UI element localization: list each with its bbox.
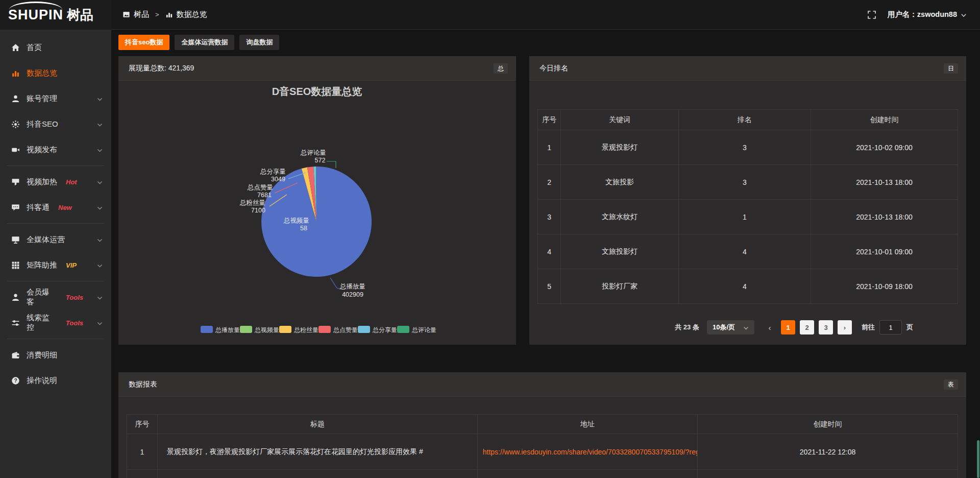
logo-text-cn: 树品 (67, 6, 93, 24)
home-icon (11, 43, 20, 52)
tab-douyin-seo-data[interactable]: 抖音seo数据 (118, 35, 169, 50)
pie-label-fans: 总粉丝量 (239, 199, 265, 206)
sidebar-item-video-publish[interactable]: 视频发布 (0, 137, 111, 162)
chevron-down-icon (96, 147, 103, 153)
rank-panel-header: 今日排名 日 (529, 56, 966, 81)
wallet-icon (11, 351, 20, 360)
sidebar-item-account[interactable]: 账号管理 (0, 86, 111, 111)
legend-item-fans[interactable]: 总粉丝量 (279, 326, 318, 333)
pie-value-video: 58 (300, 225, 307, 232)
pie-value-likes: 7681 (257, 192, 272, 199)
col-no: 序号 (127, 415, 158, 434)
rank-panel: 今日排名 日 序号 关键词 排名 创建时间 (529, 56, 966, 345)
sidebar-item-consumption[interactable]: 消费明细 (0, 342, 111, 368)
pie-value-fans: 7100 (251, 207, 265, 214)
sidebar-menu: 首页 数据总览 账号管理 (0, 30, 111, 478)
hot-badge: Hot (66, 178, 77, 186)
screen-push-icon (11, 178, 20, 186)
col-title: 标题 (158, 415, 478, 434)
breadcrumb-item-shupin[interactable]: 树品 (122, 10, 149, 19)
goto-unit: 页 (906, 323, 913, 332)
chart-title: D音SEO数据量总览 (272, 86, 362, 97)
member-icon (11, 293, 20, 302)
sidebar-item-data-overview[interactable]: 数据总览 (0, 60, 111, 86)
overview-panel: 展现量总数: 421,369 总 D音SEO数据量总览 (118, 56, 516, 345)
day-toggle-button[interactable]: 日 (944, 63, 958, 74)
svg-text:总播放量: 总播放量 (215, 326, 240, 333)
sidebar-item-label: 抖音SEO (27, 119, 58, 129)
report-table: 序号 标题 地址 创建时间 1 景观投影灯，夜游景观投影灯厂家展示展示落花灯在花… (127, 414, 958, 478)
legend-item-video[interactable]: 总视频量 (240, 326, 279, 333)
sidebar-item-home[interactable]: 首页 (0, 35, 111, 60)
sidebar-item-clue-monitor[interactable]: 线索监控 Tools (0, 310, 111, 336)
report-title: 数据报表 (129, 380, 157, 389)
app-grid-icon (122, 11, 130, 18)
rank-table: 序号 关键词 排名 创建时间 1 景观投影灯 3 (537, 109, 958, 304)
page-size-select[interactable]: 10条/页 (707, 320, 754, 334)
sidebar-item-member-leads[interactable]: 会员爆客 Tools (0, 284, 111, 310)
user-menu[interactable]: 用户名：zswodun88 (888, 10, 967, 19)
table-toggle-button[interactable]: 表 (944, 379, 958, 390)
sidebar-item-instructions[interactable]: ? 操作说明 (0, 368, 111, 393)
pie-slice-play[interactable] (261, 166, 372, 277)
svg-text:?: ? (14, 377, 17, 383)
breadcrumb-item-overview[interactable]: 数据总览 (165, 10, 207, 19)
table-row: 4 文旅投影灯 4 2021-10-01 09:00 (538, 234, 958, 269)
goto-label: 前往 (862, 323, 875, 332)
prev-page-button[interactable]: ‹ (763, 320, 776, 334)
breadcrumb-separator: > (155, 11, 159, 18)
goto-page: 前往 页 (862, 320, 913, 334)
table-row: 2 文旅投影 3 2021-10-13 18:00 (538, 165, 958, 200)
page-button-3[interactable]: 3 (819, 320, 833, 334)
topbar: 树品 > 数据总览 用户名：zswodun88 (111, 0, 980, 30)
chevron-down-icon (96, 204, 103, 211)
page-scrollbar-thumb[interactable] (977, 440, 979, 478)
sidebar-item-label: 线索监控 (27, 313, 57, 332)
goto-page-input[interactable] (879, 320, 902, 334)
legend-item-play[interactable]: 总播放量 (201, 326, 240, 333)
total-toggle-button[interactable]: 总 (494, 63, 508, 74)
pie-label-video: 总视频量 (283, 217, 309, 224)
sidebar: SHUPIN 树品 首页 数据总览 账号管理 (0, 0, 111, 478)
video-url-link[interactable]: https://www.iesdouyin.com/share/video/70… (483, 448, 698, 456)
bar-chart-icon (11, 69, 20, 78)
svg-text:总分享量: 总分享量 (372, 326, 397, 333)
svg-text:总粉丝量: 总粉丝量 (293, 326, 318, 333)
chevron-down-icon (961, 12, 967, 18)
legend-item-likes[interactable]: 总点赞量 (318, 326, 358, 333)
col-rank: 排名 (678, 110, 811, 130)
sidebar-item-label: 会员爆客 (27, 288, 57, 307)
monitor-icon (11, 235, 20, 244)
tab-inquiry-data[interactable]: 询盘数据 (239, 35, 279, 50)
next-page-button[interactable]: › (838, 320, 852, 334)
legend-item-comments[interactable]: 总评论量 (397, 326, 436, 333)
tab-media-operation-data[interactable]: 全媒体运营数据 (175, 35, 234, 50)
sidebar-item-video-heat[interactable]: 视频加热 Hot (0, 169, 111, 195)
report-url-cell: https://www.iesdouyin.com/share/video/70… (477, 434, 697, 470)
topbar-right: 用户名：zswodun88 (867, 10, 967, 19)
col-created: 创建时间 (698, 415, 958, 434)
bar-chart-icon (165, 11, 173, 18)
sidebar-item-douyin-seo[interactable]: 抖音SEO (0, 111, 111, 137)
menu-divider (7, 223, 104, 224)
sidebar-item-label: 抖客通 (27, 203, 50, 212)
col-no: 序号 (538, 110, 561, 130)
report-title-cell: 景观投影灯，夜游景观投影灯厂家展示展示落花灯在花园里的灯光投影应用效果 # (158, 434, 478, 470)
rank-title: 今日排名 (540, 64, 568, 73)
pie-value-comments: 572 (315, 157, 326, 164)
main-area: 树品 > 数据总览 用户名：zswodun88 (111, 0, 980, 478)
fullscreen-icon[interactable] (867, 10, 876, 19)
sidebar-item-douketong[interactable]: 抖客通 New (0, 195, 111, 220)
page-button-2[interactable]: 2 (800, 320, 814, 334)
sidebar-item-matrix-boost[interactable]: 矩阵助推 VIP (0, 252, 111, 278)
sidebar-item-media-operation[interactable]: 全媒体运营 (0, 227, 111, 252)
pie-label-likes: 总点赞量 (247, 184, 273, 191)
pie-label-shares: 总分享量 (260, 168, 286, 175)
chevron-down-icon (96, 320, 103, 326)
menu-divider (7, 339, 104, 339)
sidebar-item-label: 视频加热 (27, 177, 57, 187)
page-button-1[interactable]: 1 (781, 320, 795, 334)
tools-badge: Tools (66, 319, 83, 327)
chevron-down-icon (96, 236, 103, 243)
legend-item-shares[interactable]: 总分享量 (358, 326, 397, 333)
